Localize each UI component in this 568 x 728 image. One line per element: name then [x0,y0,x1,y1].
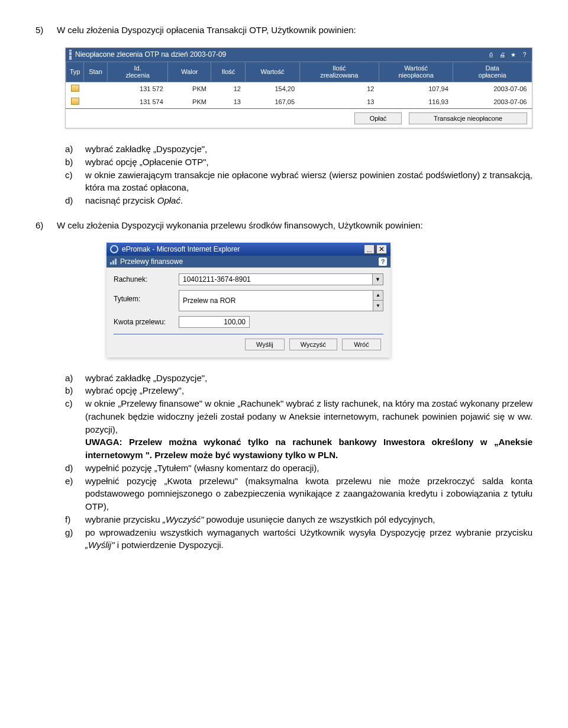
txt-italic: Opłać [157,195,180,205]
item-6c: c) w oknie „Przelewy finansowe" w oknie … [65,397,532,462]
txt-italic: „Wyślij" [85,540,114,550]
ie-title: ePromak - Microsoft Internet Explorer [122,245,364,253]
item-5c: c) w oknie zawierającym transakcje nie o… [65,169,532,195]
row-kwota: Kwota przelewu: [114,316,383,328]
txt-pre: wybranie przycisku [85,514,163,524]
help-icon[interactable]: ? [521,51,528,58]
label-tytulem: Tytułem: [114,290,179,303]
cell-ilosc: 12 [211,82,246,96]
item-text: wybrać opcję „Opłacenie OTP", [85,156,532,169]
tytulem-input[interactable] [179,290,373,311]
chevron-down-icon[interactable]: ▼ [373,273,383,285]
item-6d: d) wypełnić pozycję „Tytułem" (własny ko… [65,462,532,475]
wyslij-button[interactable]: Wyślij [245,339,285,350]
item-5b: b) wybrać opcję „Opłacenie OTP", [65,156,532,169]
row-type-icon [66,82,84,96]
cell-walor: PKM [168,95,211,108]
item-text: wypełnić pozycję „Tytułem" (własny komen… [85,462,532,475]
item-text: w oknie zawierającym transakcje nie opła… [85,169,532,195]
item-text: wypełnić pozycję „Kwota przelewu" (maksy… [85,475,532,513]
wroc-button[interactable]: Wróć [342,339,381,350]
form-body: Rachunek: ▼ Tytułem: ▲ ▼ Kwota przelewu:… [106,268,390,357]
print-icon[interactable]: ⎙ [487,51,495,58]
item-label: d) [65,194,85,207]
cell-stan [84,82,108,96]
item-text: wybrać zakładkę „Dyspozycje", [85,143,532,156]
cell-iloscz: 12 [299,82,379,96]
txt-post: . [180,195,183,205]
cell-data: 2003-07-06 [453,95,532,108]
txt-post: powoduje usunięcie danych ze wszystkich … [204,514,435,524]
item-text: w oknie „Przelewy finansowe" w oknie „Ra… [85,397,532,462]
screenshot-otp-window: Nieopłacone zlecenia OTP na dzień 2003-0… [65,47,532,128]
item-text: nacisnąć przycisk Opłać. [85,194,532,207]
item-6b: b) wybrać opcję „Przelewy", [65,384,532,397]
rachunek-select[interactable]: ▼ [179,273,383,285]
item-label: a) [65,372,85,385]
table-row[interactable]: 131 572 PKM 12 154,20 12 107,94 2003-07-… [66,82,532,96]
txt-pre: po wprowadzeniu wszystkich wymaganych wa… [85,527,532,537]
item-6f: f) wybranie przycisku „Wyczyść" powoduje… [65,513,532,526]
wyczysc-button[interactable]: Wyczyść [289,339,337,350]
bars-icon [69,50,72,60]
ie-titlebar: ePromak - Microsoft Internet Explorer ..… [106,243,390,256]
list-5: a) wybrać zakładkę „Dyspozycje", b) wybr… [65,143,532,207]
screenshot-przelewy-window: ePromak - Microsoft Internet Explorer ..… [106,243,390,357]
th-walor: Walor [168,62,211,82]
chevron-up-icon[interactable]: ▲ [373,291,383,301]
cell-stan [84,95,108,108]
rachunek-input[interactable] [179,273,373,285]
section-6-num: 6) [36,219,57,232]
th-ilosc: Ilość [211,62,246,82]
item-label: f) [65,513,85,526]
label-rachunek: Rachunek: [114,275,179,284]
cell-id: 131 574 [108,95,168,108]
close-icon[interactable]: ✕ [376,244,387,254]
item-5a: a) wybrać zakładkę „Dyspozycje", [65,143,532,156]
item-6a: a) wybrać zakładkę „Dyspozycje", [65,372,532,385]
help-icon[interactable]: ? [379,257,387,266]
transakcje-nieoplacone-button[interactable]: Transakcje nieopłacone [409,112,527,124]
th-wartosc: Wartość [246,62,299,82]
item-text: wybranie przycisku „Wyczyść" powoduje us… [85,513,532,526]
oplac-button[interactable]: Opłać [354,112,402,124]
window-title: Nieopłacone zlecenia OTP na dzień 2003-0… [75,50,487,59]
printer-icon[interactable]: 🖨 [498,51,506,58]
star-icon[interactable]: ★ [509,51,517,58]
th-ilosc-zreal: Ilość zrealizowana [299,62,379,82]
cell-wartn: 107,94 [379,82,453,96]
item-6g: g) po wprowadzeniu wszystkich wymaganych… [65,526,532,552]
tytulem-spinner[interactable]: ▲ ▼ [373,290,383,311]
minimize-icon[interactable]: ... [364,244,375,254]
txt-italic: „Wyczyść" [163,514,204,524]
table-row[interactable]: 131 574 PKM 13 167,05 13 116,93 2003-07-… [66,95,532,108]
item-6e: e) wypełnić pozycję „Kwota przelewu" (ma… [65,475,532,513]
disk-icon [71,85,79,92]
cell-ilosc: 13 [211,95,246,108]
disk-icon [71,98,79,105]
txt-bold: UWAGA: Przelew można wykonać tylko na ra… [85,437,532,460]
section-6-text: W celu złożenia Dyspozycji wykonania prz… [57,219,532,232]
row-type-icon [66,95,84,108]
th-id: Id. zlecenia [108,62,168,82]
window-icons: ⎙ 🖨 ★ ? [487,51,528,58]
section-5-num: 5) [36,24,57,37]
kwota-input[interactable] [179,316,250,328]
form-footer: Wyślij Wyczyść Wróć [114,334,383,352]
cell-id: 131 572 [108,82,168,96]
row-tytulem: Tytułem: ▲ ▼ [114,290,383,311]
item-text: wybrać opcję „Przelewy", [85,384,532,397]
section-5: 5) W celu złożenia Dyspozycji opłacenia … [36,24,532,37]
section-6: 6) W celu złożenia Dyspozycji wykonania … [36,219,532,232]
window-footer: Opłać Transakcje nieopłacone [66,108,532,128]
item-label: c) [65,169,85,195]
txt-pre: nacisnąć przycisk [85,195,157,205]
ie-icon [110,245,118,253]
chevron-down-icon[interactable]: ▼ [373,300,383,311]
window-titlebar: Nieopłacone zlecenia OTP na dzień 2003-0… [66,48,532,62]
label-kwota: Kwota przelewu: [114,318,179,326]
row-rachunek: Rachunek: ▼ [114,273,383,285]
th-wartosc-nieopl: Wartość nieopłacona [379,62,453,82]
sub-titlebar: Przelewy finansowe ? [106,256,390,268]
cell-iloscz: 13 [299,95,379,108]
